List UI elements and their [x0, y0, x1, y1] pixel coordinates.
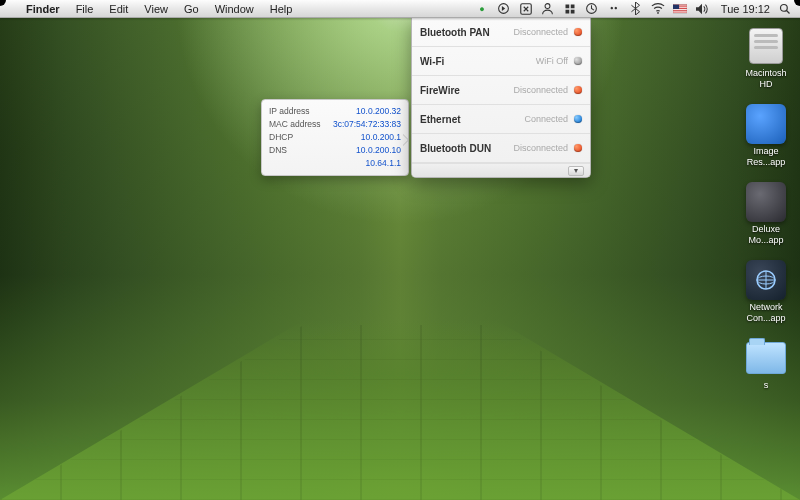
menu-more-handle[interactable]: ▾ [412, 163, 590, 177]
status-dot-icon [574, 115, 582, 123]
menu-help[interactable]: Help [262, 3, 301, 15]
app-menu[interactable]: Finder [18, 3, 68, 15]
menubar-extra-icon[interactable] [563, 2, 577, 16]
svg-rect-13 [673, 11, 687, 12]
folder-icon [746, 342, 786, 374]
network-item-firewire[interactable]: FireWire Disconnected [412, 76, 590, 105]
desktop-icon-app[interactable]: Deluxe Mo...app [738, 182, 794, 246]
app-icon [746, 260, 786, 300]
menubar-extra-icon[interactable]: ● [475, 2, 489, 16]
wifi-icon[interactable] [651, 2, 665, 16]
menubar: Finder File Edit View Go Window Help ● ⦁… [0, 0, 800, 18]
network-item-bluetooth-pan[interactable]: Bluetooth PAN Disconnected [412, 18, 590, 47]
network-item-ethernet[interactable]: Ethernet Connected [412, 105, 590, 134]
svg-point-1 [545, 4, 550, 9]
desktop-icons: Macintosh HD Image Res...app Deluxe Mo..… [738, 26, 794, 391]
svg-rect-12 [673, 9, 687, 10]
hard-drive-icon [749, 28, 783, 64]
desktop-icon-macintosh-hd[interactable]: Macintosh HD [738, 26, 794, 90]
desktop-icon-folder[interactable]: s [738, 338, 794, 391]
status-dot-icon [574, 28, 582, 36]
menu-window[interactable]: Window [207, 3, 262, 15]
timemachine-icon[interactable] [585, 2, 599, 16]
desktop-icon-app[interactable]: Image Res...app [738, 104, 794, 168]
network-status-menu: Bluetooth PAN Disconnected Wi-Fi WiFi Of… [411, 18, 591, 178]
menubar-extra-icon[interactable] [497, 2, 511, 16]
menubar-extra-icon[interactable] [519, 2, 533, 16]
menu-go[interactable]: Go [176, 3, 207, 15]
menu-file[interactable]: File [68, 3, 102, 15]
desktop-icon-app[interactable]: Network Con...app [738, 260, 794, 324]
app-icon [746, 104, 786, 144]
status-dot-icon [574, 57, 582, 65]
menubar-extra-icon[interactable]: ⦁⦁ [607, 2, 621, 16]
svg-point-15 [781, 4, 788, 11]
app-icon [746, 182, 786, 222]
bluetooth-icon[interactable] [629, 2, 643, 16]
svg-rect-4 [565, 9, 569, 13]
svg-rect-3 [571, 4, 575, 8]
flag-icon[interactable] [673, 2, 687, 16]
menubar-clock[interactable]: Tue 19:12 [717, 3, 770, 15]
network-item-bluetooth-dun[interactable]: Bluetooth DUN Disconnected [412, 134, 590, 163]
desktop-wallpaper [0, 0, 800, 500]
svg-rect-5 [571, 9, 575, 13]
status-dot-icon [574, 86, 582, 94]
menu-edit[interactable]: Edit [101, 3, 136, 15]
network-item-wifi[interactable]: Wi-Fi WiFi Off [412, 47, 590, 76]
spotlight-icon[interactable] [778, 2, 792, 16]
chevron-down-icon: ▾ [568, 166, 584, 176]
network-details-tooltip: IP address10.0.200.32 MAC address3c:07:5… [261, 99, 409, 176]
volume-icon[interactable] [695, 2, 709, 16]
menubar-user-icon[interactable] [541, 2, 555, 16]
svg-rect-2 [565, 4, 569, 8]
menu-view[interactable]: View [136, 3, 176, 15]
status-dot-icon [574, 144, 582, 152]
svg-point-7 [657, 12, 659, 14]
svg-rect-14 [673, 4, 679, 8]
